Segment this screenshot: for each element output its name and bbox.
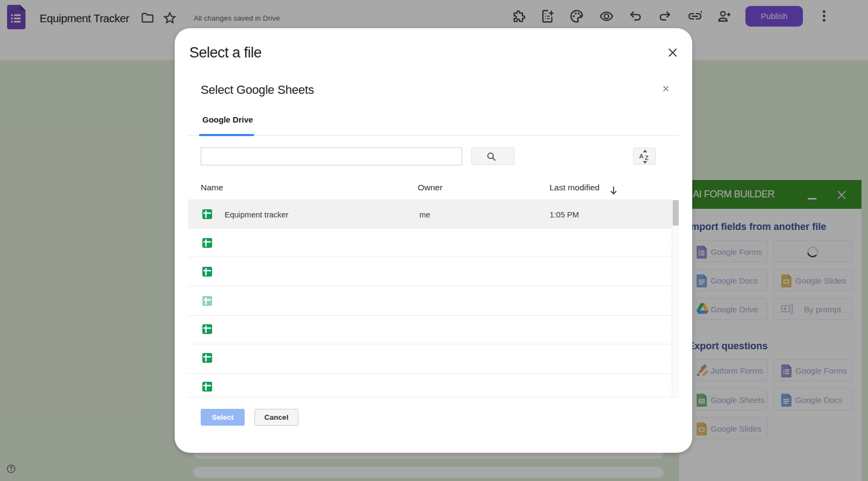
svg-text:Z: Z [645, 155, 649, 161]
svg-text:A: A [639, 153, 643, 159]
